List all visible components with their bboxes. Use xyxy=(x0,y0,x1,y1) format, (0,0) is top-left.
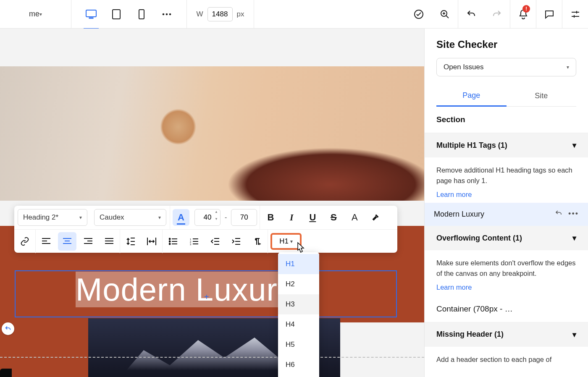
heading-option-h4[interactable]: H4 xyxy=(278,314,319,335)
range-separator: - xyxy=(225,214,227,221)
settings-toggle-button[interactable] xyxy=(562,0,588,29)
heading-option-h6[interactable]: H6 xyxy=(278,355,319,375)
create-side-tab[interactable]: Create xyxy=(0,369,12,377)
notifications-button[interactable] xyxy=(510,0,536,29)
revert-icon[interactable] xyxy=(555,209,562,219)
align-left-button[interactable] xyxy=(37,232,55,251)
font-size-min-input[interactable]: 40 ▲▼ xyxy=(194,209,220,226)
issue-header-overflow[interactable]: Overflowing Content (1) ▾ xyxy=(425,226,588,250)
issue-body-missing-header: Add a header section to each page of xyxy=(425,347,588,368)
strikethrough-button[interactable]: S xyxy=(324,208,343,227)
chevron-down-icon: ▾ xyxy=(290,238,293,244)
issue-header-missing-header[interactable]: Missing Header (1) ▾ xyxy=(425,322,588,347)
canvas-area: Modern Luxury + Create I'm a Heading 2* … xyxy=(0,29,424,377)
svg-rect-3 xyxy=(139,10,144,19)
svg-rect-2 xyxy=(113,10,120,19)
canvas-width-control: W px xyxy=(187,0,254,29)
desktop-breakpoint-button[interactable] xyxy=(85,8,97,20)
font-size-max-value: 70 xyxy=(240,213,248,222)
headline-text[interactable]: Modern Luxury xyxy=(76,271,294,308)
font-size-max-input[interactable]: 70 xyxy=(231,209,257,226)
issue-item-modern-luxury[interactable]: Modern Luxury ••• xyxy=(425,203,588,226)
text-style-a-button[interactable]: A xyxy=(345,208,364,227)
learn-more-link[interactable]: Learn more xyxy=(436,282,472,293)
heading-option-h1[interactable]: H1 xyxy=(278,254,319,274)
heading-option-h2[interactable]: H2 xyxy=(278,274,319,294)
zoom-button[interactable] xyxy=(432,0,458,29)
heading-tag-menu: H1 H2 H3 H4 H5 H6 P xyxy=(278,252,319,377)
site-checker-panel: Site Checker Open Issues ▾ Page Site Sec… xyxy=(424,29,588,377)
section-heading: Section xyxy=(425,107,588,133)
issue-item-container[interactable]: Container (708px - … xyxy=(425,296,588,322)
text-color-button[interactable]: A xyxy=(173,209,189,226)
svg-rect-1 xyxy=(89,18,93,18)
align-center-button[interactable] xyxy=(58,232,76,251)
chevron-down-icon: ▾ xyxy=(572,330,576,339)
bold-button[interactable]: B xyxy=(261,208,280,227)
comments-button[interactable] xyxy=(536,0,562,29)
svg-text:3: 3 xyxy=(190,243,192,245)
heading-option-p[interactable]: P xyxy=(278,375,319,377)
top-toolbar: me ▾ W px xyxy=(0,0,588,29)
panel-title: Site Checker xyxy=(436,39,576,50)
indent-button[interactable] xyxy=(227,232,245,251)
site-checker-button[interactable] xyxy=(406,0,432,29)
page-selector-label: me xyxy=(29,10,39,18)
align-right-button[interactable] xyxy=(79,232,97,251)
undo-button[interactable] xyxy=(458,0,484,29)
insertion-cursor-icon: + xyxy=(204,292,209,302)
svg-rect-0 xyxy=(86,10,96,17)
section-divider-guide xyxy=(0,357,424,358)
line-height-button[interactable] xyxy=(121,232,140,251)
canvas-width-input[interactable] xyxy=(207,7,233,21)
bullet-list-button[interactable] xyxy=(164,232,182,251)
outdent-button[interactable] xyxy=(206,232,224,251)
text-style-select-value: Heading 2* xyxy=(23,213,58,222)
underline-button[interactable]: U xyxy=(303,208,322,227)
chevron-down-icon: ▾ xyxy=(572,233,576,243)
heading-tag-dropdown[interactable]: H1 ▾ xyxy=(270,233,302,250)
text-direction-button[interactable] xyxy=(248,232,266,251)
issue-filter-select[interactable]: Open Issues ▾ xyxy=(436,58,576,76)
font-family-select[interactable]: Caudex ▾ xyxy=(94,209,166,226)
tab-page[interactable]: Page xyxy=(436,86,507,107)
align-justify-button[interactable] xyxy=(100,232,118,251)
chevron-down-icon: ▾ xyxy=(567,64,569,70)
tab-site[interactable]: Site xyxy=(507,86,577,107)
highlight-button[interactable] xyxy=(366,208,385,227)
svg-point-35 xyxy=(169,243,171,244)
more-icon[interactable]: ••• xyxy=(568,209,579,219)
font-family-select-value: Caudex xyxy=(100,213,124,222)
chevron-down-icon: ▾ xyxy=(79,215,82,220)
floating-undo-button[interactable] xyxy=(2,322,14,335)
issue-filter-value: Open Issues xyxy=(444,63,483,71)
numbered-list-button[interactable]: 123 xyxy=(185,232,203,251)
issue-title: Missing Header (1) xyxy=(436,330,504,339)
mobile-breakpoint-button[interactable] xyxy=(136,8,147,20)
text-style-select[interactable]: Heading 2* ▾ xyxy=(18,209,87,226)
text-format-toolbar: Heading 2* ▾ Caudex ▾ A 40 ▲▼ - 70 B I U… xyxy=(14,206,397,253)
svg-point-33 xyxy=(169,238,171,239)
tablet-breakpoint-button[interactable] xyxy=(110,8,122,20)
more-breakpoints-button[interactable] xyxy=(161,8,173,20)
svg-point-4 xyxy=(163,13,165,15)
issue-body-overflow: Make sure elements don't overflow the ed… xyxy=(425,250,588,296)
redo-button[interactable] xyxy=(484,0,510,29)
learn-more-link[interactable]: Learn more xyxy=(436,189,472,200)
svg-point-34 xyxy=(169,241,171,242)
page-selector[interactable]: me ▾ xyxy=(0,0,71,29)
svg-line-9 xyxy=(446,16,449,18)
issue-header-multiple-h1[interactable]: Multiple H1 Tags (1) ▾ xyxy=(425,133,588,157)
chevron-down-icon: ▾ xyxy=(39,11,42,17)
width-unit: px xyxy=(237,10,244,18)
issue-title: Multiple H1 Tags (1) xyxy=(436,141,507,150)
heading-tag-value: H1 xyxy=(279,237,289,246)
chevron-down-icon: ▾ xyxy=(158,215,161,220)
link-button[interactable] xyxy=(16,232,34,251)
svg-point-6 xyxy=(169,13,171,15)
chevron-down-icon: ▾ xyxy=(572,141,576,150)
heading-option-h5[interactable]: H5 xyxy=(278,335,319,355)
italic-button[interactable]: I xyxy=(282,208,301,227)
heading-option-h3[interactable]: H3 xyxy=(278,294,319,314)
letter-spacing-button[interactable] xyxy=(142,232,161,251)
